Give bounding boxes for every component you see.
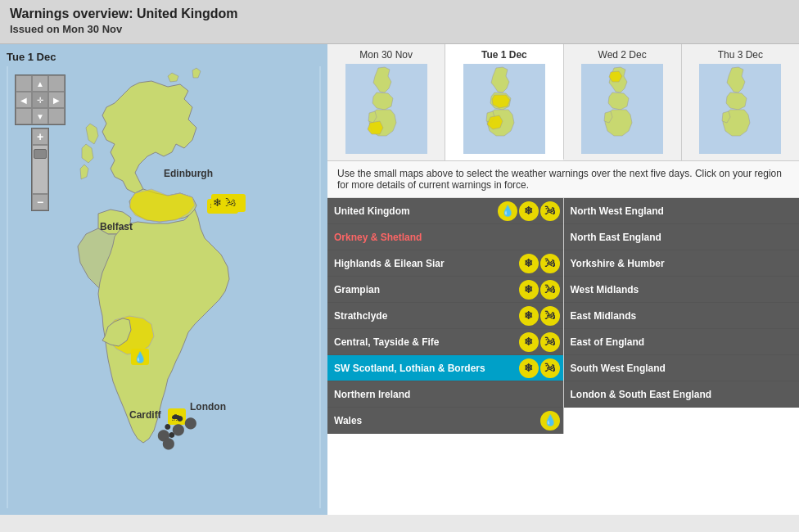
thumb-wed[interactable]: Wed 2 Dec [564,44,682,160]
icon-rain-wales: 💧 [540,411,560,431]
pan-north-btn[interactable]: ▲ [32,75,48,92]
regions-section: United Kingdom 💧 ❄ 🌬 Orkney & Shetland [327,198,799,434]
svg-text:Cardiff: Cardiff [129,409,162,421]
icon-wind-grampian: 🌬 [540,280,560,300]
region-row-uk[interactable]: United Kingdom 💧 ❄ 🌬 [327,198,563,224]
region-row-sw-scotland[interactable]: SW Scotland, Lothian & Borders ❄ 🌬 [327,355,563,381]
issued-date: Issued on Mon 30 Nov [10,23,789,35]
map-panel: Tue 1 Dec ▲ ◀ ✛ ▶ ▼ [0,44,327,515]
slider-thumb [34,149,47,159]
regions-col-right: North West England North East England Yo… [564,198,800,434]
region-row-sw-england[interactable]: South West England [564,355,800,381]
zoom-slider[interactable] [32,145,48,194]
icon-snow-central: ❄ [519,332,539,352]
pan-ne[interactable] [48,75,65,92]
icon-snow-sw-scotland: ❄ [519,358,539,378]
svg-text:⬤: ⬤ [184,416,197,430]
zoom-controls: ▲ ◀ ✛ ▶ ▼ + − [15,74,65,211]
region-label-london-se: London & South East England [564,385,800,404]
svg-text:⬤: ⬤ [162,436,175,450]
region-label-sw-england: South West England [564,358,800,378]
region-row-ni[interactable]: Northern Ireland [327,381,563,408]
pan-south-btn[interactable]: ▼ [32,108,48,124]
map-container[interactable]: ▲ ◀ ✛ ▶ ▼ + − [7,66,321,508]
pan-east-btn[interactable]: ▶ [48,92,65,108]
thumb-wed-map [581,64,663,154]
svg-text:💧: 💧 [133,350,147,364]
thumb-mon-map [345,64,427,154]
region-icons-highlands: ❄ 🌬 [519,254,563,273]
region-icons-grampian: ❄ 🌬 [519,280,563,300]
region-row-wales[interactable]: Wales 💧 [327,408,563,434]
region-label-grampian: Grampian [327,280,519,300]
page-title: Warnings overview: United Kingdom [10,7,789,21]
icon-snow-grampian: ❄ [519,280,539,300]
svg-text:Edinburgh: Edinburgh [164,168,213,179]
header-bar: Warnings overview: United Kingdom Issued… [0,0,799,44]
svg-text:⬤: ⬤ [172,422,185,436]
thumb-mon[interactable]: Mon 30 Nov [327,44,445,160]
region-row-yorks[interactable]: Yorkshire & Humber [564,250,800,277]
icon-wind-central: 🌬 [540,332,560,352]
icon-rain-uk: 💧 [498,201,517,221]
pan-arrows: ▲ ◀ ✛ ▶ ▼ [15,74,65,125]
pan-nw[interactable] [16,75,32,92]
thumb-thu[interactable]: Thu 3 Dec [682,44,799,160]
thumb-wed-label: Wed 2 Dec [598,49,647,61]
region-label-e-midlands: East Midlands [564,306,800,326]
region-label-strathclyde: Strathclyde [327,306,519,326]
zoom-out-btn[interactable]: − [32,194,48,210]
region-label-ni: Northern Ireland [327,385,563,404]
region-row-orkney[interactable]: Orkney & Shetland [327,224,563,250]
pan-se[interactable] [48,108,65,124]
region-icons-strathclyde: ❄ 🌬 [519,306,563,326]
region-label-sw-scotland: SW Scotland, Lothian & Borders [327,358,519,378]
zoom-in-btn[interactable]: + [32,128,48,145]
region-label-ne-england: North East England [564,228,800,247]
region-label-highlands: Highlands & Eilean Siar [327,254,519,273]
thumb-tue-map [463,64,545,154]
region-row-east-england[interactable]: East of England [564,329,800,355]
region-icons-central: ❄ 🌬 [519,332,563,352]
icon-wind-highlands: 🌬 [540,254,560,273]
thumb-thu-map [699,64,781,154]
pan-west-btn[interactable]: ◀ [16,92,32,108]
region-label-central: Central, Tayside & Fife [327,332,519,352]
region-icons-wales: 💧 [540,411,563,431]
thumb-tue-label: Tue 1 Dec [481,49,527,61]
instructions-text: Use the small maps above to select the w… [327,161,799,198]
region-row-strathclyde[interactable]: Strathclyde ❄ 🌬 [327,303,563,329]
region-row-nw-england[interactable]: North West England [564,198,800,224]
right-panel: Mon 30 Nov Tue 1 Dec [327,44,799,515]
region-icons-sw-scotland: ❄ 🌬 [519,358,563,378]
region-row-ne-england[interactable]: North East England [564,224,800,250]
zoom-btn-group: + − [31,128,49,211]
region-icons-uk: 💧 ❄ 🌬 [498,201,563,221]
regions-col-left: United Kingdom 💧 ❄ 🌬 Orkney & Shetland [327,198,564,434]
pan-sw[interactable] [16,108,32,124]
region-row-w-midlands[interactable]: West Midlands [564,277,800,303]
region-row-highlands[interactable]: Highlands & Eilean Siar ❄ 🌬 [327,250,563,277]
icon-snow-highlands: ❄ [519,254,539,273]
icon-snow-uk: ❄ [519,201,539,221]
icon-wind-sw-scotland: 🌬 [540,358,560,378]
region-row-central[interactable]: Central, Tayside & Fife ❄ 🌬 [327,329,563,355]
icon-wind-strathclyde: 🌬 [540,306,560,326]
region-row-london-se[interactable]: London & South East England [564,381,800,408]
svg-text:❄ 🌬: ❄ 🌬 [213,196,236,209]
pan-center[interactable]: ✛ [32,92,48,108]
svg-text:London: London [190,401,226,413]
region-label-w-midlands: West Midlands [564,280,800,300]
top-section: Tue 1 Dec ▲ ◀ ✛ ▶ ▼ [0,44,799,515]
thumbnails-row: Mon 30 Nov Tue 1 Dec [327,44,799,161]
region-label-nw-england: North West England [564,201,800,221]
region-row-e-midlands[interactable]: East Midlands [564,303,800,329]
map-date-label: Tue 1 Dec [7,51,321,63]
icon-snow-strathclyde: ❄ [519,306,539,326]
thumb-tue[interactable]: Tue 1 Dec [445,44,563,160]
region-label-orkney: Orkney & Shetland [327,228,563,247]
thumb-thu-label: Thu 3 Dec [718,49,763,61]
main-content: Tue 1 Dec ▲ ◀ ✛ ▶ ▼ [0,44,799,515]
region-row-grampian[interactable]: Grampian ❄ 🌬 [327,277,563,303]
region-label-wales: Wales [327,411,540,431]
